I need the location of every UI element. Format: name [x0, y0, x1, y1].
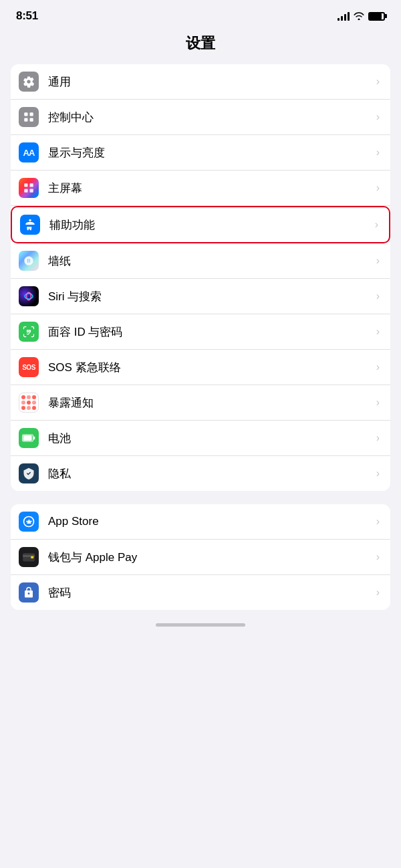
general-label: 通用 [48, 74, 371, 90]
exposure-label: 暴露通知 [48, 395, 371, 411]
general-icon [19, 72, 39, 92]
faceid-label: 面容 ID 与密码 [48, 324, 371, 340]
battery-status-icon [368, 12, 385, 21]
home-screen-chevron: › [376, 182, 380, 194]
svg-rect-5 [30, 183, 33, 187]
settings-row-faceid[interactable]: 面容 ID 与密码 › [11, 314, 390, 350]
siri-icon [19, 286, 39, 306]
settings-row-wallpaper[interactable]: 墙纸 › [11, 243, 390, 279]
appstore-chevron: › [376, 516, 380, 528]
svg-rect-0 [24, 112, 27, 116]
svg-rect-7 [30, 189, 33, 193]
siri-chevron: › [376, 290, 380, 302]
settings-row-siri[interactable]: Siri 与搜索 › [11, 279, 390, 314]
settings-row-privacy[interactable]: 隐私 › [11, 456, 390, 491]
svg-rect-13 [33, 437, 35, 439]
settings-row-battery[interactable]: 电池 › [11, 421, 390, 456]
battery-icon [19, 428, 39, 448]
status-time: 8:51 [16, 9, 38, 23]
password-icon [19, 582, 39, 603]
accessibility-label: 辅助功能 [49, 217, 370, 233]
privacy-icon [19, 463, 39, 483]
svg-point-8 [29, 219, 31, 221]
status-bar: 8:51 [0, 0, 401, 28]
appstore-label: App Store [48, 515, 371, 528]
privacy-chevron: › [376, 467, 380, 479]
sos-label: SOS 紧急联络 [48, 360, 371, 375]
wallpaper-chevron: › [376, 255, 380, 267]
faceid-chevron: › [376, 326, 380, 338]
display-label: 显示与亮度 [48, 145, 371, 160]
svg-rect-3 [30, 118, 33, 122]
signal-icon [338, 11, 350, 21]
control-center-label: 控制中心 [48, 110, 371, 125]
general-chevron: › [376, 76, 380, 88]
sos-icon: SOS [19, 357, 39, 377]
accessibility-icon [20, 215, 40, 235]
privacy-label: 隐私 [48, 466, 371, 481]
settings-row-home-screen[interactable]: 主屏幕 › [11, 171, 390, 206]
wallpaper-icon [19, 251, 39, 271]
settings-row-display[interactable]: AA 显示与亮度 › [11, 135, 390, 171]
settings-row-sos[interactable]: SOS SOS 紧急联络 › [11, 350, 390, 385]
svg-rect-4 [24, 183, 27, 187]
svg-rect-1 [30, 112, 33, 116]
sos-chevron: › [376, 361, 380, 373]
settings-row-exposure[interactable]: 暴露通知 › [11, 385, 390, 421]
battery-label: 电池 [48, 431, 371, 446]
faceid-icon [19, 322, 39, 342]
appstore-icon [19, 512, 39, 532]
home-screen-label: 主屏幕 [48, 181, 371, 196]
display-icon: AA [19, 142, 39, 162]
siri-label: Siri 与搜索 [48, 289, 371, 304]
settings-row-wallet[interactable]: 钱包与 Apple Pay › [11, 540, 390, 575]
home-indicator [156, 623, 245, 627]
wallet-label: 钱包与 Apple Pay [48, 550, 371, 565]
battery-chevron: › [376, 432, 380, 444]
svg-rect-16 [23, 553, 35, 554]
exposure-chevron: › [376, 397, 380, 409]
home-screen-icon [19, 178, 39, 198]
page-title: 设置 [0, 28, 401, 64]
control-center-icon [19, 107, 39, 127]
settings-section-2: App Store › 钱包与 Apple Pay › 密码 › [11, 504, 390, 610]
wallet-icon [19, 547, 39, 567]
display-chevron: › [376, 146, 380, 158]
svg-rect-12 [23, 435, 32, 441]
exposure-icon [19, 393, 39, 413]
settings-row-appstore[interactable]: App Store › [11, 504, 390, 540]
settings-row-password[interactable]: 密码 › [11, 575, 390, 610]
password-label: 密码 [48, 585, 371, 601]
status-icons [338, 11, 385, 22]
settings-row-accessibility[interactable]: 辅助功能 › [11, 206, 390, 243]
password-chevron: › [376, 586, 380, 599]
svg-point-9 [25, 294, 33, 299]
svg-rect-17 [31, 556, 33, 558]
svg-rect-2 [24, 118, 27, 122]
wallet-chevron: › [376, 551, 380, 563]
svg-rect-6 [24, 189, 27, 193]
control-center-chevron: › [376, 111, 380, 123]
accessibility-chevron: › [375, 219, 378, 231]
wallpaper-label: 墙纸 [48, 253, 371, 269]
settings-row-general[interactable]: 通用 › [11, 64, 390, 100]
settings-section-1: 通用 › 控制中心 › AA 显示与亮度 › [11, 64, 390, 491]
settings-row-control-center[interactable]: 控制中心 › [11, 100, 390, 135]
wifi-icon [354, 11, 364, 22]
